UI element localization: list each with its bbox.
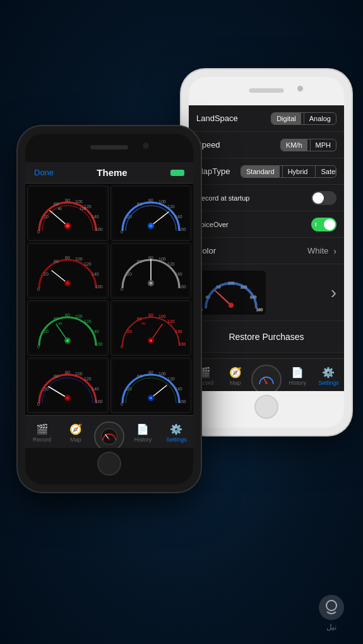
svg-text:160: 160 [179, 342, 186, 346]
svg-text:160: 160 [95, 342, 103, 346]
maptype-satellite[interactable]: Satellite [315, 166, 336, 177]
tab1-history[interactable]: 📄 History [126, 421, 160, 443]
svg-point-10 [265, 381, 268, 383]
svg-point-48 [66, 282, 69, 284]
svg-text:140: 140 [92, 387, 99, 391]
tab2-history[interactable]: 📄 History [282, 364, 313, 386]
landspace-label: LandSpace [196, 114, 241, 123]
speedo-cell-1[interactable]: 020 6080100 120140160 40120 [27, 185, 109, 241]
preview-row[interactable]: 0 40 80 100 120 140 160 [189, 264, 344, 321]
tab1-record[interactable]: 🎬 Record [25, 421, 59, 443]
svg-text:100: 100 [158, 314, 166, 319]
theme-status-indicator [170, 170, 184, 176]
svg-rect-11 [30, 188, 105, 238]
tab1-settings[interactable]: ⚙️ Settings [160, 421, 193, 443]
record-toggle-switch[interactable] [311, 191, 336, 205]
tab1-map-label: Map [70, 436, 81, 443]
settings-row-color[interactable]: Color White › [189, 238, 344, 264]
svg-point-98 [66, 397, 69, 399]
svg-line-7 [215, 291, 231, 305]
svg-text:40: 40 [58, 322, 62, 325]
svg-text:0: 0 [37, 287, 40, 291]
svg-text:0: 0 [37, 402, 40, 406]
tab2-map[interactable]: 🧭 Map [220, 364, 251, 386]
phone2: LandSpace Digital Analog Speed KM/h MPH [181, 69, 352, 435]
maptype-label: MapType [196, 167, 241, 176]
svg-text:60: 60 [137, 202, 142, 206]
svg-text:140: 140 [175, 214, 182, 219]
phone1-camera [143, 143, 149, 149]
tab1-speedo-circle [94, 421, 124, 448]
tab2-map-icon: 🧭 [229, 366, 242, 378]
landspace-digital[interactable]: Digital [271, 113, 301, 124]
phone2-camera [297, 86, 303, 91]
speedo-cell-2[interactable]: 020 6080100 120140160 [110, 185, 192, 241]
tab1-center[interactable] [92, 419, 126, 445]
svg-text:120: 120 [167, 204, 175, 209]
svg-rect-99 [113, 360, 189, 411]
maptype-hybrid[interactable]: Hybrid [282, 166, 313, 177]
record-label: Record at startup [196, 194, 272, 202]
preview-next-arrow[interactable]: › [331, 283, 336, 303]
speedo-cell-3[interactable]: 020 6080100 120140160 [27, 243, 109, 298]
svg-text:80: 80 [65, 255, 70, 260]
speedo-svg-3: 020 6080100 120140160 [30, 245, 105, 296]
svg-text:0: 0 [121, 344, 123, 349]
svg-text:140: 140 [92, 214, 99, 219]
svg-text:160: 160 [179, 227, 186, 231]
color-value: White [307, 246, 328, 255]
voiceover-toggle-switch[interactable]: I [311, 218, 336, 231]
landspace-segmented[interactable]: Digital Analog [271, 112, 336, 125]
phone1-speaker [90, 145, 128, 149]
svg-text:160: 160 [95, 227, 103, 231]
tab1-map[interactable]: 🧭 Map [59, 421, 92, 443]
maptype-segmented[interactable]: Standard Hybrid Satellite [241, 165, 336, 178]
phone1-home-button[interactable] [97, 452, 121, 476]
svg-text:20: 20 [127, 387, 132, 391]
speedo-cell-8[interactable]: 020 6080100 120140160 [110, 358, 192, 413]
speedo-cell-7[interactable]: 020 6080100 120140160 [27, 358, 109, 413]
theme-done-button[interactable]: Done [34, 168, 54, 177]
landspace-analog[interactable]: Analog [304, 113, 336, 124]
tab2-speedo-mini-svg [257, 370, 276, 389]
color-label: Color [196, 246, 241, 255]
settings-row-voiceover: VoiceOver I [189, 211, 344, 238]
svg-point-113 [108, 438, 110, 440]
tab2-center[interactable] [251, 362, 282, 389]
tab2-settings[interactable]: ⚙️ Settings [313, 364, 344, 386]
restore-row[interactable]: Restore Purchases [189, 321, 344, 353]
speedo-cell-5[interactable]: 020 6080100 120140160 40 [27, 300, 109, 356]
svg-text:160: 160 [95, 284, 103, 289]
theme-header: Done Theme [25, 162, 193, 184]
svg-text:140: 140 [175, 272, 182, 276]
tab1-map-icon: 🧭 [69, 423, 82, 435]
color-value-group[interactable]: White › [307, 246, 336, 256]
svg-text:140: 140 [175, 329, 182, 334]
voiceover-label: VoiceOver [196, 221, 241, 228]
svg-point-8 [229, 303, 234, 308]
record-toggle[interactable] [311, 191, 336, 205]
tab2-map-label: Map [230, 380, 241, 386]
tabbar2: 🎬 Record 🧭 Map [189, 358, 344, 391]
phone2-home-button[interactable] [254, 395, 278, 419]
svg-text:100: 100 [75, 372, 83, 376]
restore-text[interactable]: Restore Purchases [229, 332, 304, 342]
svg-text:100: 100 [75, 257, 83, 261]
voiceover-toggle[interactable]: I [311, 218, 336, 231]
settings-row-maptype: MapType Standard Hybrid Satellite [189, 158, 344, 185]
speed-mph[interactable]: MPH [310, 139, 336, 151]
svg-text:100: 100 [75, 314, 83, 319]
phone2-screen: LandSpace Digital Analog Speed KM/h MPH [189, 105, 344, 391]
maptype-standard[interactable]: Standard [241, 166, 280, 177]
svg-text:120: 120 [84, 262, 92, 266]
speedo-svg-4: 020 6080100 120140160 [113, 245, 189, 296]
speed-kmh[interactable]: KM/h [281, 139, 307, 151]
svg-point-36 [150, 225, 152, 227]
speedo-cell-4[interactable]: 020 6080100 120140160 [110, 243, 192, 298]
speedo-cell-6[interactable]: 020 6080100 120140160 40 [110, 300, 192, 356]
svg-text:160: 160 [95, 399, 103, 404]
svg-text:60: 60 [137, 374, 142, 378]
svg-rect-74 [113, 303, 189, 353]
speed-segmented[interactable]: KM/h MPH [280, 139, 336, 151]
tab1-settings-label: Settings [166, 436, 187, 443]
